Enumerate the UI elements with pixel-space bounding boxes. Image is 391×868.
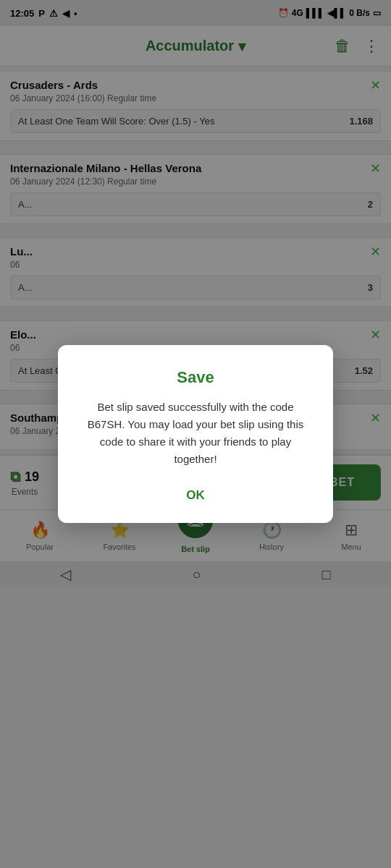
save-modal: Save Bet slip saved successfully with th… [58,345,333,523]
modal-title: Save [78,368,313,387]
modal-body: Bet slip saved successfully with the cod… [78,399,313,468]
modal-ok-button[interactable]: OK [169,485,222,506]
modal-overlay: Save Bet slip saved successfully with th… [0,0,391,868]
